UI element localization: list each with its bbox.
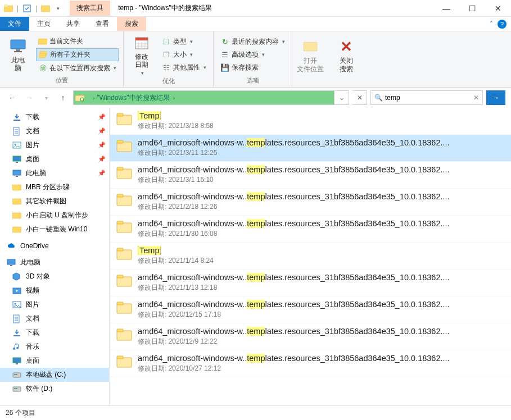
maximize-button[interactable]: ☐ <box>459 0 485 17</box>
sidebar-quick-item[interactable]: 其它软件截图 <box>0 194 109 208</box>
folder-icon <box>12 184 22 191</box>
sidebar-pc-item[interactable]: 图片 <box>0 298 109 312</box>
sidebar-quick-item[interactable]: 桌面📌 <box>0 152 109 166</box>
sidebar-pc-item[interactable]: 视频 <box>0 284 109 298</box>
sidebar-quick-item[interactable]: 小白启动 U 盘制作步 <box>0 208 109 222</box>
svg-point-26 <box>15 144 16 145</box>
3d-icon <box>12 272 22 281</box>
kind-button[interactable]: ❐类型▾ <box>160 36 209 48</box>
pc-icon <box>7 259 17 267</box>
close-search-button[interactable]: ✕ 关闭 搜索 <box>333 34 360 77</box>
sidebar-quick-item[interactable]: 此电脑📌 <box>0 166 109 180</box>
sidebar-quick-item[interactable]: 下载📌 <box>0 110 109 124</box>
sidebar-quick-item[interactable]: MBR 分区步骤 <box>0 180 109 194</box>
result-date: 修改日期: 2021/1/13 12:18 <box>138 283 504 293</box>
close-button[interactable]: ✕ <box>485 0 511 17</box>
ribbon-group-open-location: 打开 文件位置 <box>292 31 328 87</box>
sidebar-pc-item[interactable]: 3D 对象 <box>0 270 109 284</box>
svg-rect-50 <box>14 388 17 389</box>
monitor-icon <box>9 37 27 55</box>
current-folder-button[interactable]: 当前文件夹 <box>36 35 119 47</box>
tab-search[interactable]: 搜索 <box>117 17 146 31</box>
back-button[interactable]: ← <box>6 91 19 104</box>
sidebar-pc-item[interactable]: 软件 (D:) <box>0 382 109 396</box>
this-pc-button[interactable]: 此电 脑 <box>4 34 31 75</box>
sidebar-quick-item[interactable]: 文档📌 <box>0 124 109 138</box>
search-input[interactable] <box>385 94 473 102</box>
result-row[interactable]: amd64_microsoft-windows-w..templates.res… <box>110 270 511 296</box>
stop-refresh-button[interactable]: ✕ <box>352 90 367 105</box>
result-row[interactable]: amd64_microsoft-windows-w..templates.res… <box>110 162 511 189</box>
qat-properties-icon[interactable] <box>22 3 32 13</box>
recent-locations-button[interactable]: ▾ <box>39 91 53 104</box>
folder-icon <box>116 166 132 182</box>
save-search-button[interactable]: 💾保存搜索 <box>218 62 287 74</box>
search-box[interactable]: 🔍 ✕ <box>370 90 483 105</box>
open-file-location-button[interactable]: 打开 文件位置 <box>297 34 324 77</box>
ribbon-tabs: 文件 主页 共享 查看 搜索 ˄ ? <box>0 17 511 31</box>
address-bar[interactable]: › "Windows"中的搜索结果 › ⌄ <box>73 90 349 105</box>
window-title: temp - "Windows"中的搜索结果 <box>118 3 212 13</box>
help-icon[interactable]: ? <box>498 20 507 29</box>
result-date: 修改日期: 2021/1/14 8:24 <box>138 256 504 266</box>
recent-icon: ↻ <box>220 37 229 46</box>
ribbon-collapse-icon[interactable]: ˄ <box>490 20 493 28</box>
search-again-in-button[interactable]: ㊝ 在以下位置再次搜索 ▾ <box>36 62 119 74</box>
result-row[interactable]: amd64_microsoft-windows-w..templates.res… <box>110 216 511 243</box>
result-row[interactable]: Temp 修改日期: 2021/1/14 8:24 <box>110 243 511 270</box>
sidebar-onedrive[interactable]: OneDrive <box>0 240 109 252</box>
recent-searches-button[interactable]: ↻最近的搜索内容▾ <box>218 36 287 48</box>
tab-home[interactable]: 主页 <box>29 17 58 31</box>
sidebar-quick-item[interactable]: 图片📌 <box>0 138 109 152</box>
result-name: Temp <box>138 111 504 120</box>
result-row[interactable]: amd64_microsoft-windows-w..templates.res… <box>110 135 511 162</box>
tab-file[interactable]: 文件 <box>0 17 29 31</box>
result-row[interactable]: amd64_microsoft-windows-w..templates.res… <box>110 323 511 350</box>
sidebar-pc-item[interactable]: 本地磁盘 (C:) <box>0 368 109 382</box>
result-date: 修改日期: 2021/3/18 8:58 <box>138 121 504 131</box>
other-props-button[interactable]: ☷其他属性▾ <box>160 62 209 74</box>
search-results-pane[interactable]: Temp 修改日期: 2021/3/18 8:58 amd64_microsof… <box>110 108 511 405</box>
result-row[interactable]: amd64_microsoft-windows-w..templates.res… <box>110 189 511 216</box>
search-icon: 🔍 <box>374 94 383 102</box>
svg-rect-68 <box>117 329 123 332</box>
size-button[interactable]: ☐大小▾ <box>160 49 209 61</box>
sidebar-quick-item[interactable]: 小白一键重装 Win10 <box>0 222 109 236</box>
result-row[interactable]: amd64_microsoft-windows-w..templates.res… <box>110 350 511 377</box>
minimize-button[interactable]: — <box>433 0 459 17</box>
advanced-options-button[interactable]: ☰高级选项▾ <box>218 49 287 61</box>
save-icon: 💾 <box>220 63 229 72</box>
breadcrumb[interactable]: › "Windows"中的搜索结果 › <box>86 91 334 104</box>
forward-button[interactable]: → <box>22 91 36 104</box>
sidebar-this-pc[interactable]: 此电脑 <box>0 255 109 270</box>
tab-view[interactable]: 查看 <box>88 17 117 31</box>
sidebar-pc-item[interactable]: 桌面 <box>0 354 109 368</box>
sidebar-pc-item[interactable]: 音乐 <box>0 340 109 354</box>
all-subfolders-button[interactable]: 所有子文件夹 <box>36 48 119 61</box>
folder-icon <box>12 226 22 233</box>
result-row[interactable]: amd64_microsoft-windows-w..templates.res… <box>110 296 511 323</box>
sidebar-pc-item[interactable]: 文档 <box>0 312 109 326</box>
qat-dropdown-icon[interactable]: ▾ <box>53 3 63 13</box>
desktop-icon <box>12 156 22 163</box>
svg-rect-58 <box>117 194 123 197</box>
qat-new-folder-icon[interactable] <box>40 3 51 13</box>
svg-rect-28 <box>16 162 18 163</box>
folder-icon <box>116 220 132 236</box>
tab-share[interactable]: 共享 <box>58 17 88 31</box>
svg-rect-69 <box>117 358 132 367</box>
clear-search-icon[interactable]: ✕ <box>473 94 479 102</box>
address-history-dropdown[interactable]: ⌄ <box>334 91 349 104</box>
result-row[interactable]: Temp 修改日期: 2021/3/18 8:58 <box>110 108 511 135</box>
up-button[interactable]: ↑ <box>56 91 70 104</box>
sidebar-pc-item[interactable]: 下载 <box>0 326 109 340</box>
search-go-button[interactable]: → <box>486 90 505 105</box>
svg-rect-44 <box>13 335 20 336</box>
date-modified-button[interactable]: 修改 日期▾ <box>128 34 155 76</box>
folder-icon <box>12 212 22 219</box>
result-date: 修改日期: 2020/12/15 17:18 <box>138 310 504 319</box>
svg-rect-36 <box>10 265 12 266</box>
folder-icon <box>116 112 132 128</box>
navigation-pane[interactable]: 下载📌文档📌图片📌桌面📌此电脑📌MBR 分区步骤其它软件截图小白启动 U 盘制作… <box>0 108 110 405</box>
folder-icon <box>12 198 22 205</box>
